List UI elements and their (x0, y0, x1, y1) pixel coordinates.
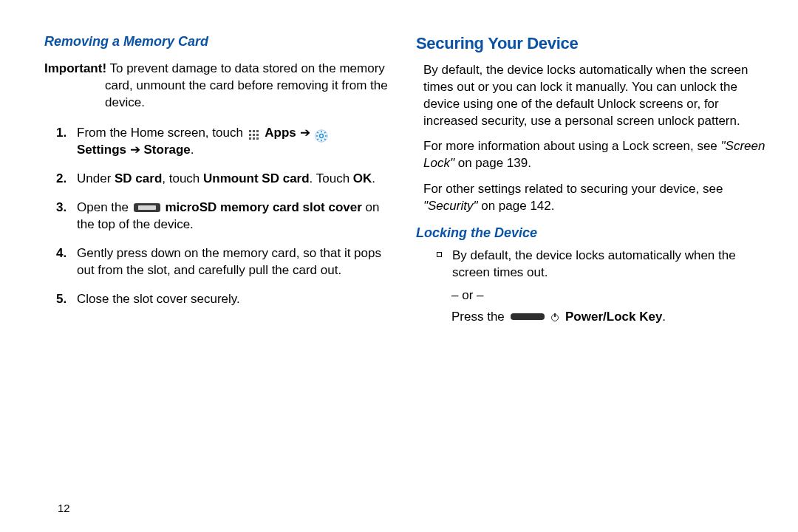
p3-ref: "Security" (423, 199, 477, 213)
subheading-removing-memory-card: Removing a Memory Card (44, 33, 395, 50)
step-2-ok: OK (353, 171, 372, 185)
step-2: Under SD card, touch Unmount SD card. To… (65, 171, 395, 188)
svg-rect-3 (249, 134, 251, 136)
left-column: Removing a Memory Card Important! To pre… (44, 33, 395, 326)
bullet-text: By default, the device locks automatical… (452, 248, 767, 282)
important-text-2: card, unmount the card before removing i… (44, 78, 395, 95)
svg-rect-6 (249, 137, 251, 140)
step-3-slot: microSD memory card slot cover (165, 200, 361, 214)
step-3: Open the microSD memory card slot cover … (65, 200, 395, 233)
p3-b: on page 142. (477, 199, 554, 213)
step-2-unmount: Unmount SD card (203, 171, 310, 185)
step-1-storage: Storage (144, 143, 191, 157)
step-3-a: Open the (77, 200, 132, 214)
apps-grid-icon (248, 129, 260, 141)
page-number: 12 (58, 501, 70, 516)
step-1-text-a: From the Home screen, touch (77, 126, 247, 140)
arrow-icon: ➔ (300, 126, 314, 140)
step-5: Close the slot cover securely. (65, 291, 395, 308)
svg-rect-7 (253, 137, 255, 140)
step-1-settings: Settings (77, 143, 126, 157)
step-1-period: . (191, 143, 194, 157)
svg-rect-13 (316, 135, 318, 137)
svg-rect-14 (325, 135, 327, 137)
important-text-3: device. (44, 95, 395, 112)
svg-rect-12 (321, 140, 323, 141)
svg-rect-8 (256, 137, 259, 140)
power-symbol-icon (551, 314, 559, 321)
right-column: Securing Your Device By default, the dev… (416, 33, 767, 326)
step-1-apps: Apps (265, 126, 296, 140)
heading-securing-device: Securing Your Device (416, 33, 767, 55)
svg-rect-5 (256, 134, 259, 136)
step-4-text: Gently press down on the memory card, so… (77, 246, 381, 277)
subheading-locking-device: Locking the Device (416, 224, 767, 242)
svg-point-10 (320, 134, 324, 137)
step-2-c: . Touch (310, 171, 353, 185)
steps-list: From the Home screen, touch Apps ➔ (44, 125, 395, 308)
svg-rect-11 (321, 131, 323, 132)
step-2-a: Under (77, 171, 115, 185)
bullet-item: By default, the device locks automatical… (416, 248, 767, 282)
step-2-d: . (372, 171, 375, 185)
power-lock-key-icon (511, 313, 545, 320)
important-text-1: To prevent damage to data stored on the … (106, 61, 385, 75)
step-2-b: , touch (162, 171, 203, 185)
step-4: Gently press down on the memory card, so… (65, 245, 395, 279)
microsd-slot-icon (134, 203, 160, 212)
svg-rect-4 (253, 134, 255, 136)
manual-page: Removing a Memory Card Important! To pre… (0, 0, 798, 341)
svg-rect-2 (256, 130, 259, 132)
p3-a: For other settings related to securing y… (423, 182, 723, 196)
or-separator: – or – (416, 287, 767, 304)
svg-rect-1 (253, 130, 255, 132)
press-instruction: Press the Power/Lock Key. (416, 309, 767, 326)
important-note: Important! To prevent damage to data sto… (44, 61, 395, 112)
arrow-icon: ➔ (130, 143, 144, 157)
press-key: Power/Lock Key (565, 310, 662, 324)
step-5-text: Close the slot cover securely. (77, 292, 240, 306)
important-label: Important! (44, 61, 106, 75)
p2-a: For more information about using a Lock … (423, 139, 721, 153)
press-a: Press the (451, 310, 508, 324)
square-bullet-icon (437, 252, 442, 257)
settings-gear-icon (315, 129, 328, 143)
p2-b: on page 139. (454, 156, 531, 170)
paragraph-3: For other settings related to securing y… (416, 181, 767, 215)
svg-rect-0 (249, 130, 251, 132)
press-b: . (662, 310, 666, 324)
step-1: From the Home screen, touch Apps ➔ (65, 125, 395, 159)
paragraph-1: By default, the device locks automatical… (416, 62, 767, 130)
paragraph-2: For more information about using a Lock … (416, 138, 767, 172)
step-2-sdcard: SD card (115, 171, 162, 185)
